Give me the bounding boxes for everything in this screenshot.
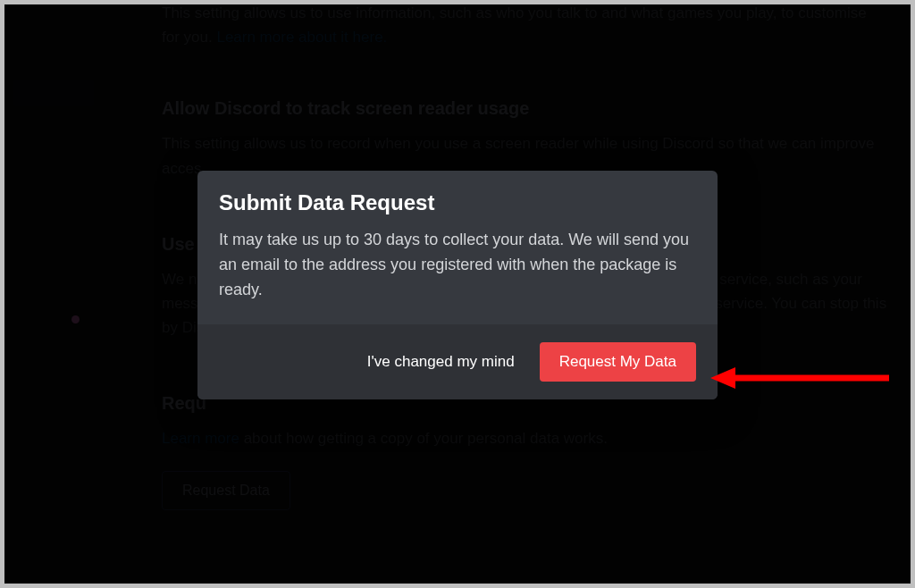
modal-overlay: Submit Data Request It may take us up to… [4, 4, 911, 584]
modal-footer: I've changed my mind Request My Data [197, 324, 718, 399]
modal-text: It may take us up to 30 days to collect … [219, 228, 696, 303]
app-frame: This setting allows us to use informatio… [4, 4, 911, 584]
modal-body: Submit Data Request It may take us up to… [197, 171, 718, 324]
submit-data-request-modal: Submit Data Request It may take us up to… [197, 171, 718, 399]
cancel-button[interactable]: I've changed my mind [367, 353, 515, 371]
request-my-data-button[interactable]: Request My Data [540, 342, 696, 382]
modal-title: Submit Data Request [219, 190, 696, 215]
